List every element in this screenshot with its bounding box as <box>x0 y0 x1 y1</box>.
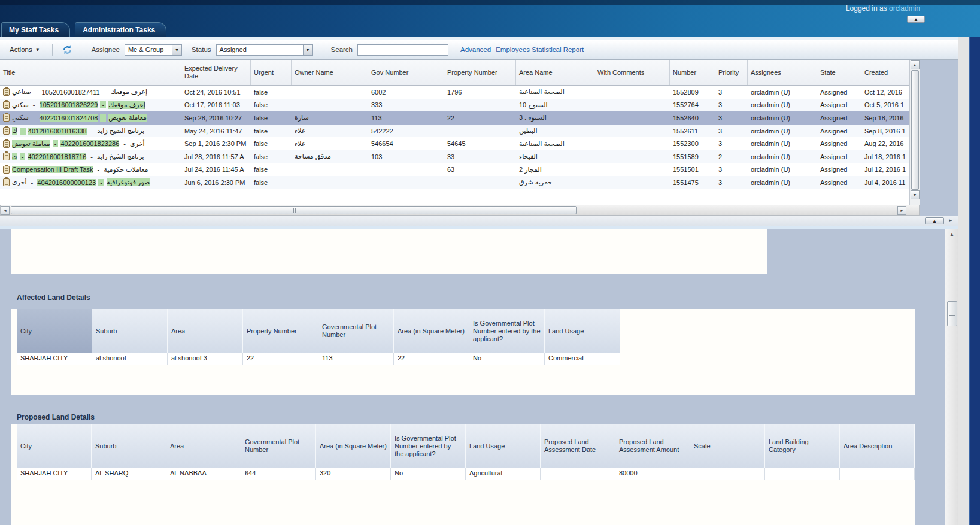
column-header-suburb[interactable]: Suburb <box>92 424 166 468</box>
column-header-city[interactable]: City <box>17 309 92 353</box>
task-hscroll-thumb[interactable] <box>11 206 577 214</box>
scroll-down-icon[interactable]: ▼ <box>911 190 920 199</box>
column-header-scale[interactable]: Scale <box>690 424 765 468</box>
column-header-proposed-land-assessment-amount[interactable]: Proposed Land Assessment Amount <box>615 424 690 468</box>
task-row[interactable]: صناعي - 1052016001827411 - إعرف موقعكOct… <box>0 86 909 99</box>
task-clipboard-icon <box>3 114 10 122</box>
column-header-with-comments[interactable]: With Comments <box>594 60 670 85</box>
task-row[interactable]: أخرى - 4042016000000123 - صور فوتوغرافية… <box>0 176 909 189</box>
task-cell-with_comments <box>594 150 670 163</box>
task-details-pane: Affected Land Details CitySuburbAreaProp… <box>0 226 969 525</box>
column-header-land-building-category[interactable]: Land Building Category <box>765 424 840 468</box>
column-header-urgent[interactable]: Urgent <box>251 60 292 85</box>
employees-statistical-report-link[interactable]: Employees Statistical Report <box>496 46 584 53</box>
scroll-up-icon[interactable]: ▲ <box>947 230 957 238</box>
column-header-state[interactable]: State <box>817 60 861 85</box>
collapse-up-icon: ▲ <box>932 219 937 224</box>
column-header-governmental-plot-number[interactable]: Governmental Plot Number <box>318 309 394 353</box>
column-header-city[interactable]: City <box>17 424 92 468</box>
column-header-land-usage[interactable]: Land Usage <box>545 309 620 353</box>
task-row[interactable]: Compensation III Draft Task - معاملات حك… <box>0 163 909 177</box>
task-cell-state: Assigned <box>817 163 861 177</box>
task-clipboard-icon <box>3 140 10 148</box>
column-header-area[interactable]: Area <box>168 309 243 353</box>
task-vscroll-thumb[interactable] <box>911 70 919 190</box>
column-header-is-governmental-plot-number-entered-by-t[interactable]: Is Governmental Plot Number entered by t… <box>391 424 466 468</box>
column-header-number[interactable]: Number <box>670 60 715 85</box>
title-segment: - <box>29 179 35 186</box>
column-header-gov-number[interactable]: Gov Number <box>368 60 444 85</box>
task-cell-number: 1551475 <box>670 176 715 189</box>
title-highlighted-segment: ك <box>12 127 17 135</box>
username[interactable]: orcladmin <box>889 4 920 13</box>
main-tabs: My Staff Tasks Administration Tasks <box>0 22 166 37</box>
details-vscroll-thumb[interactable] <box>947 301 957 326</box>
details-pane-vertical-scrollbar[interactable]: ▲ <box>945 229 958 525</box>
task-cell-property: 1796 <box>444 86 516 99</box>
title-highlighted-segment: - <box>53 140 59 147</box>
task-table-vertical-scrollbar[interactable]: ▲ ▼ <box>909 60 920 205</box>
task-row[interactable]: معاملة تعويض - 4022016001823286 - أخرىSe… <box>0 137 909 150</box>
tab-my-staff-tasks[interactable]: My Staff Tasks <box>1 22 70 37</box>
column-header-expected-delivery-date[interactable]: Expected Delivery Date <box>181 60 251 85</box>
task-cell-assignees: orcladmin (U) <box>748 176 817 189</box>
task-row[interactable]: سكني - 1052016001826229 - إعرف موقعكOct … <box>0 99 909 112</box>
column-header-assignees[interactable]: Assignees <box>748 60 817 85</box>
column-header-area-name[interactable]: Area Name <box>516 60 594 85</box>
scroll-left-icon[interactable]: ◄ <box>1 206 10 215</box>
land-detail-cell: No <box>469 353 545 365</box>
column-header-area-in-square-meter-[interactable]: Area (in Square Meter) <box>316 424 391 468</box>
task-table-horizontal-scrollbar[interactable]: ◄ ► <box>0 205 920 216</box>
column-header-area[interactable]: Area <box>166 424 241 468</box>
task-cell-priority: 3 <box>715 111 748 125</box>
scroll-right-icon[interactable]: ► <box>897 206 906 215</box>
column-header-proposed-land-assessment-date[interactable]: Proposed Land Assessment Date <box>541 424 615 468</box>
task-row[interactable]: ى - 4022016001818716 - برنامج الشيخ زايد… <box>0 150 909 163</box>
column-header-area-description[interactable]: Area Description <box>840 424 915 468</box>
affected-land-table: CitySuburbAreaProperty NumberGovernmenta… <box>17 309 620 365</box>
scroll-up-icon[interactable]: ▲ <box>911 60 920 69</box>
task-cell-property: 54645 <box>444 137 516 150</box>
column-header-priority[interactable]: Priority <box>715 60 748 85</box>
land-detail-row[interactable]: SHARJAH CITYAL SHARQAL NABBAA644320NoAgr… <box>17 468 915 480</box>
column-header-title[interactable]: Title <box>0 60 181 85</box>
task-cell-area: السيوح 10 <box>516 99 594 112</box>
title-highlighted-segment: - <box>100 101 106 108</box>
column-header-owner-name[interactable]: Owner Name <box>292 60 368 85</box>
splitter-collapse-button[interactable]: ▲ <box>925 217 944 224</box>
advanced-link[interactable]: Advanced <box>460 46 491 53</box>
land-detail-row[interactable]: SHARJAH CITYal shonoofal shonoof 3221132… <box>17 353 620 365</box>
column-header-suburb[interactable]: Suburb <box>92 309 168 353</box>
pane-splitter[interactable]: ▲ ► <box>0 216 969 226</box>
column-header-governmental-plot-number[interactable]: Governmental Plot Number <box>241 424 316 468</box>
column-header-land-usage[interactable]: Land Usage <box>466 424 541 468</box>
column-header-created[interactable]: Created <box>861 60 909 85</box>
task-cell-state: Assigned <box>817 150 861 163</box>
actions-menu-button[interactable]: Actions▼ <box>6 44 44 55</box>
column-header-property-number[interactable]: Property Number <box>243 309 318 353</box>
collapse-up-icon: ▲ <box>914 17 918 22</box>
logged-in-as: Logged in as orcladmin <box>846 4 920 13</box>
column-header-is-governmental-plot-number-entered-by-t[interactable]: Is Governmental Plot Number entered by t… <box>469 309 545 353</box>
tab-administration-tasks[interactable]: Administration Tasks <box>75 22 166 37</box>
task-cell-with_comments <box>594 125 670 138</box>
splitter-right-icon[interactable]: ► <box>948 218 953 223</box>
window-right-border <box>969 37 980 525</box>
status-select[interactable]: Assigned ▼ <box>216 44 313 56</box>
task-row[interactable]: ك - 4012016001816338 - برنامج الشيخ زايد… <box>0 125 909 138</box>
land-detail-cell: al shonoof <box>92 353 168 365</box>
search-input[interactable] <box>357 44 448 56</box>
refresh-button[interactable] <box>61 44 74 56</box>
search-label: Search <box>331 46 353 53</box>
banner-collapse-button[interactable]: ▲ <box>907 16 925 23</box>
assignee-select[interactable]: Me & Group ▼ <box>125 44 182 56</box>
column-header-property-number[interactable]: Property Number <box>444 60 516 85</box>
task-cell-assignees: orcladmin (U) <box>748 99 817 112</box>
column-header-area-in-square-meter-[interactable]: Area (in Square Meter) <box>394 309 469 353</box>
task-cell-gov: 546654 <box>368 137 444 150</box>
task-cell-owner <box>292 99 368 112</box>
title-highlighted-segment: - <box>98 179 104 186</box>
task-row[interactable]: سكني - 4022016001824708 - معاملة تعويضSe… <box>0 111 909 125</box>
task-cell-created: Oct 5, 2016 1 <box>861 99 909 112</box>
task-cell-priority: 3 <box>715 137 748 150</box>
